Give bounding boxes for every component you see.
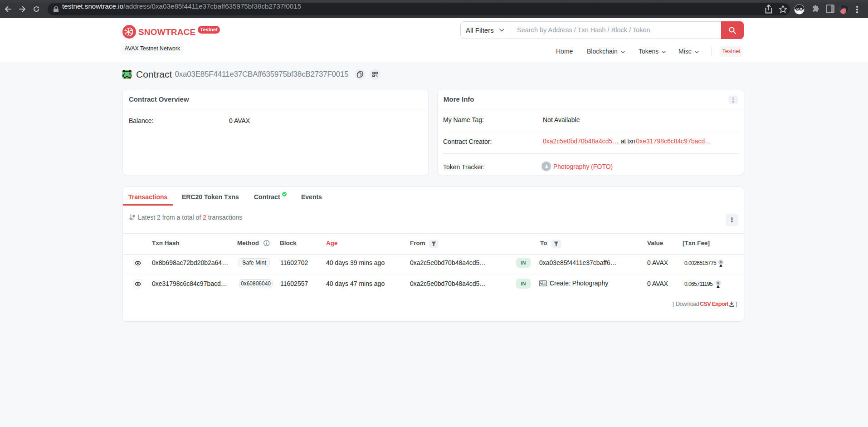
svg-text:$: $ bbox=[717, 281, 719, 285]
svg-text:$: $ bbox=[720, 260, 722, 264]
